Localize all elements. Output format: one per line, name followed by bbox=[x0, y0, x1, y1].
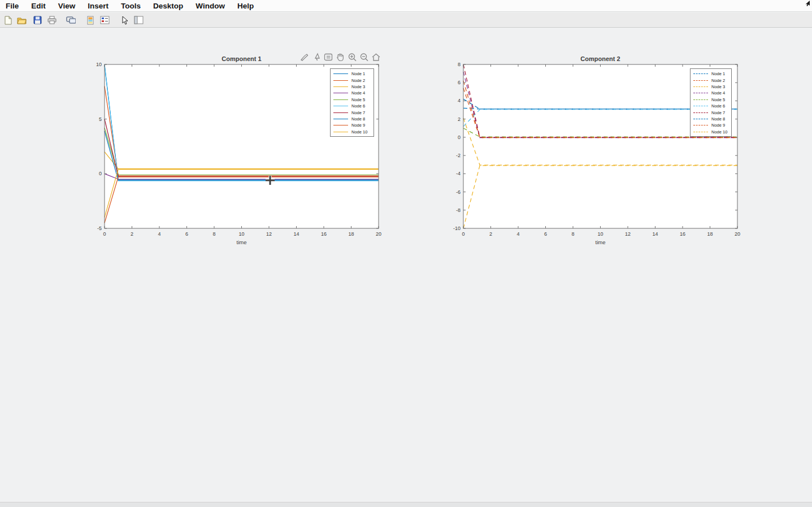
x-tick-label: 6 bbox=[544, 231, 547, 237]
x-tick-label: 2 bbox=[131, 231, 133, 237]
y-tick-label: 4 bbox=[458, 98, 461, 103]
legend-entry[interactable]: Node 1 bbox=[333, 71, 371, 77]
legend-label: Node 5 bbox=[711, 97, 725, 102]
legend-entry[interactable]: Node 7 bbox=[693, 109, 729, 115]
panel-icon bbox=[134, 16, 144, 24]
legend-line-sample bbox=[693, 86, 708, 87]
x-tick-label: 2 bbox=[489, 231, 492, 237]
x-tick-label: 16 bbox=[680, 231, 685, 237]
legend-label: Node 4 bbox=[711, 90, 725, 96]
menu-edit[interactable]: Edit bbox=[31, 2, 46, 10]
x-tick-label: 20 bbox=[376, 231, 381, 237]
legend-entry[interactable]: Node 2 bbox=[693, 77, 729, 83]
legend-entry[interactable]: Node 9 bbox=[333, 122, 371, 128]
insert-legend-button[interactable] bbox=[100, 15, 110, 25]
legend-line-sample bbox=[693, 73, 708, 74]
legend-entry[interactable]: Node 9 bbox=[693, 122, 729, 128]
legend-line-sample bbox=[693, 106, 708, 106]
y-tick-label: -8 bbox=[456, 207, 461, 213]
x-tick-label: 14 bbox=[652, 231, 658, 237]
chart1-legend[interactable]: Node 1Node 2Node 3Node 4Node 5Node 6Node… bbox=[330, 68, 374, 137]
legend-line-sample bbox=[333, 132, 348, 132]
x-tick-label: 6 bbox=[185, 231, 188, 237]
legend-label: Node 7 bbox=[351, 110, 365, 115]
legend-entry[interactable]: Node 3 bbox=[333, 84, 371, 90]
legend-entry[interactable]: Node 6 bbox=[693, 103, 729, 109]
legend-entry[interactable]: Node 4 bbox=[333, 90, 371, 96]
colorbar-icon bbox=[87, 16, 94, 25]
legend-entry[interactable]: Node 5 bbox=[693, 97, 729, 103]
legend-entry[interactable]: Node 5 bbox=[333, 97, 371, 103]
save-figure-button[interactable] bbox=[33, 15, 42, 25]
menu-window[interactable]: Window bbox=[196, 2, 225, 10]
x-tick-label: 12 bbox=[266, 231, 272, 237]
legend-line-sample bbox=[333, 80, 348, 81]
menu-view[interactable]: View bbox=[58, 2, 76, 10]
x-tick-label: 10 bbox=[238, 231, 244, 237]
legend-entry[interactable]: Node 8 bbox=[693, 116, 729, 122]
y-tick-label: -6 bbox=[456, 189, 461, 195]
y-tick-label: 5 bbox=[99, 116, 102, 122]
legend-label: Node 6 bbox=[711, 103, 725, 109]
legend-label: Node 10 bbox=[711, 129, 727, 135]
x-tick-label: 4 bbox=[516, 231, 519, 237]
legend-label: Node 3 bbox=[351, 84, 365, 89]
legend-entry[interactable]: Node 3 bbox=[693, 84, 729, 90]
new-document-icon bbox=[4, 16, 12, 25]
x-tick-label: 16 bbox=[321, 231, 327, 237]
menu-insert[interactable]: Insert bbox=[88, 2, 108, 10]
mouse-pointer-icon bbox=[804, 1, 811, 11]
legend-line-sample bbox=[333, 99, 348, 100]
figure-toolbar bbox=[0, 12, 812, 28]
legend-label: Node 4 bbox=[351, 90, 365, 96]
insert-colorbar-button[interactable] bbox=[85, 15, 95, 25]
y-tick-label: 0 bbox=[99, 171, 102, 176]
legend-entry[interactable]: Node 10 bbox=[693, 129, 729, 135]
legend-label: Node 8 bbox=[711, 116, 725, 122]
legend-label: Node 5 bbox=[351, 97, 365, 102]
x-tick-label: 18 bbox=[348, 231, 354, 237]
legend-label: Node 9 bbox=[711, 123, 725, 128]
legend-entry[interactable]: Node 10 bbox=[333, 129, 371, 135]
legend-entry[interactable]: Node 8 bbox=[333, 116, 371, 122]
x-tick-label: 8 bbox=[212, 231, 215, 237]
menu-file[interactable]: File bbox=[6, 2, 19, 10]
y-tick-label: 0 bbox=[458, 135, 461, 140]
open-folder-icon bbox=[17, 16, 27, 24]
chart2-legend[interactable]: Node 1Node 2Node 3Node 4Node 5Node 6Node… bbox=[690, 68, 732, 137]
figure-canvas: Component 1 02468101214161820-50510 time… bbox=[0, 28, 812, 507]
legend-line-sample bbox=[333, 119, 348, 119]
new-figure-button[interactable] bbox=[3, 15, 13, 25]
menu-desktop[interactable]: Desktop bbox=[153, 2, 183, 10]
printer-icon bbox=[47, 16, 57, 24]
legend-entry[interactable]: Node 4 bbox=[693, 90, 729, 96]
y-tick-label: -4 bbox=[456, 171, 461, 176]
bottom-strip bbox=[0, 502, 812, 507]
y-tick-label: 10 bbox=[96, 62, 102, 67]
x-tick-label: 14 bbox=[293, 231, 299, 237]
chart1-xlabel: time bbox=[105, 239, 379, 245]
legend-entry[interactable]: Node 6 bbox=[333, 103, 371, 109]
legend-label: Node 10 bbox=[351, 129, 367, 135]
edit-plot-button[interactable] bbox=[119, 15, 129, 25]
print-figure-button[interactable] bbox=[47, 15, 57, 25]
menu-tools[interactable]: Tools bbox=[121, 2, 141, 10]
legend-label: Node 3 bbox=[711, 84, 725, 89]
legend-entry[interactable]: Node 1 bbox=[693, 71, 729, 77]
legend-line-sample bbox=[693, 119, 708, 119]
legend-label: Node 2 bbox=[711, 78, 725, 83]
x-tick-label: 18 bbox=[707, 231, 713, 237]
menu-help[interactable]: Help bbox=[237, 2, 254, 10]
legend-line-sample bbox=[333, 73, 348, 74]
chart2-xlabel: time bbox=[463, 239, 737, 245]
legend-label: Node 8 bbox=[351, 116, 365, 122]
legend-line-sample bbox=[693, 99, 708, 100]
legend-line-sample bbox=[693, 112, 708, 113]
link-plot-button[interactable] bbox=[66, 15, 76, 25]
open-file-button[interactable] bbox=[17, 15, 27, 25]
x-tick-label: 0 bbox=[103, 231, 106, 237]
legend-entry[interactable]: Node 2 bbox=[333, 77, 371, 83]
property-inspector-button[interactable] bbox=[134, 15, 144, 25]
legend-entry[interactable]: Node 7 bbox=[333, 109, 371, 115]
x-tick-label: 4 bbox=[158, 231, 160, 237]
